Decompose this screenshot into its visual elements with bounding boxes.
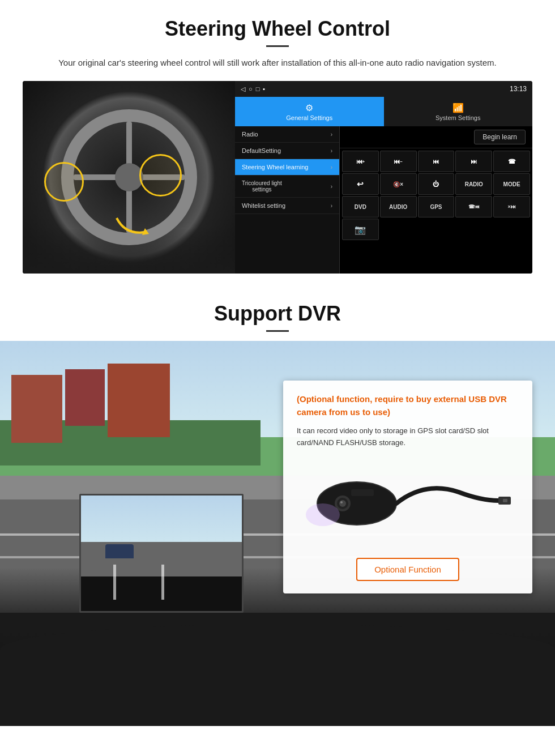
chevron-right-icon: › [331,164,332,170]
control-panel: Begin learn ⏮+ ⏮− ⏮ ⏭ ☎ ↩ 🔇× ⏻ R [340,126,532,274]
dvr-background: (Optional function, require to buy exter… [0,341,555,726]
ctrl-mode[interactable]: MODE [493,173,530,195]
highlight-circle-left [44,162,84,202]
menu-steering-label: Steering Wheel learning [242,164,308,170]
menu-item-tricoloured[interactable]: Tricoloured lightsettings › [235,176,339,198]
title-divider [266,45,289,47]
ctrl-phone-prev[interactable]: ☎⏮ [455,196,492,217]
status-nav-icons: ◁ ○ □ ▪ [241,86,265,93]
menu-tricoloured-label: Tricoloured lightsettings [242,180,282,193]
dvr-camera-image [297,458,519,549]
svg-rect-9 [503,499,507,502]
ctrl-next-track[interactable]: ⏭ [455,151,492,172]
steering-section: Steering Wheel Control Your original car… [0,0,555,285]
ctrl-vol-down[interactable]: ⏮− [380,151,417,172]
menu-item-defaultsetting[interactable]: DefaultSetting › [235,143,339,159]
back-icon: ◁ [241,86,245,93]
menu-defaultsetting-label: DefaultSetting [242,147,281,154]
wifi-icon: 📶 [452,102,464,113]
highlight-circle-right [139,154,182,197]
chevron-right-icon: › [331,131,332,138]
svg-point-6 [340,501,343,503]
ctrl-audio[interactable]: AUDIO [380,196,417,217]
status-bar: ◁ ○ □ ▪ 13:13 [235,81,532,97]
ctrl-vol-up[interactable]: ⏮+ [342,151,379,172]
dvr-thumbnail-scene [81,496,242,611]
home-icon: ○ [249,86,253,92]
chevron-right-icon: › [331,203,332,209]
menu-icon: ▪ [263,86,265,92]
dvr-optional-notice: (Optional function, require to buy exter… [297,393,519,418]
menu-radio-label: Radio [242,131,258,138]
ctrl-power[interactable]: ⏻ [418,173,455,195]
steering-title: Steering Wheel Control [23,17,532,41]
dvr-info-card: (Optional function, require to buy exter… [283,381,532,593]
ctrl-mute[interactable]: 🔇× [380,173,417,195]
gear-icon: ⚙ [305,102,313,113]
dvr-title-divider [266,330,289,332]
steering-wheel-photo [23,81,235,274]
ctrl-back[interactable]: ↩ [342,173,379,195]
ctrl-skip-next[interactable]: ×⏭ [493,196,530,217]
tab-general-label: General Settings [286,114,332,121]
menu-item-steering-wheel-learning[interactable]: Steering Wheel learning › [235,159,339,176]
menu-item-radio[interactable]: Radio › [235,126,339,143]
status-time: 13:13 [510,85,527,93]
svg-rect-7 [351,489,374,496]
tab-system[interactable]: 📶 System Settings [384,97,533,126]
steering-subtitle: Your original car's steering wheel contr… [45,56,510,70]
menu-whitelist-label: Whitelist setting [242,202,285,209]
chevron-right-icon: › [331,148,332,154]
svg-point-5 [339,500,346,507]
ctrl-radio[interactable]: RADIO [455,173,492,195]
dvr-section: Support DVR [0,285,555,727]
begin-learn-button[interactable]: Begin learn [474,130,526,144]
android-panel: ◁ ○ □ ▪ 13:13 ⚙ General Settings 📶 Syste… [235,81,532,274]
android-content: Radio › DefaultSetting › Steering Wheel … [235,126,532,274]
optional-function-button[interactable]: Optional Function [356,558,459,581]
android-tabs: ⚙ General Settings 📶 System Settings [235,97,532,126]
tab-system-label: System Settings [436,114,480,121]
ctrl-camera[interactable]: 📷 [342,219,379,240]
steering-center-hub [115,163,143,191]
yellow-arrow [114,212,148,235]
settings-menu: Radio › DefaultSetting › Steering Wheel … [235,126,340,274]
recents-icon: □ [256,86,260,92]
begin-learn-row: Begin learn [340,126,532,148]
ctrl-gps[interactable]: GPS [418,196,455,217]
menu-item-whitelist[interactable]: Whitelist setting › [235,198,339,214]
ctrl-dvd[interactable]: DVD [342,196,379,217]
svg-point-10 [306,503,340,526]
dvr-header: Support DVR [0,285,555,341]
ctrl-prev-track[interactable]: ⏮ [418,151,455,172]
tab-general[interactable]: ⚙ General Settings [235,97,384,126]
control-buttons-grid: ⏮+ ⏮− ⏮ ⏭ ☎ ↩ 🔇× ⏻ RADIO MODE DVD AUDIO [340,148,532,242]
chevron-right-icon: › [331,183,332,190]
steering-composite: ◁ ○ □ ▪ 13:13 ⚙ General Settings 📶 Syste… [23,81,532,274]
dvr-description: It can record video only to storage in G… [297,425,519,449]
dvr-title: Support DVR [23,302,532,326]
ctrl-phone[interactable]: ☎ [493,151,530,172]
dvr-thumbnail [79,494,244,613]
dvr-camera-svg [300,458,515,549]
